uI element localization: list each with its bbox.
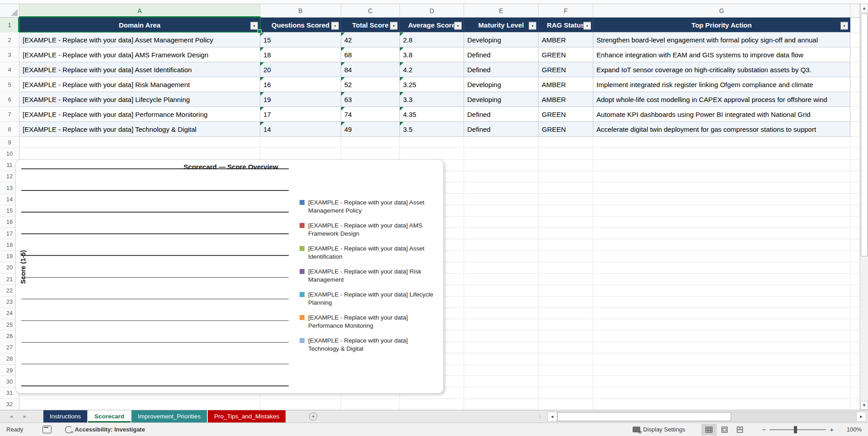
- filter-dropdown-icon[interactable]: ▼: [840, 22, 848, 30]
- cell-total_score[interactable]: 84: [341, 62, 400, 77]
- empty-cell[interactable]: [593, 228, 850, 239]
- filter-dropdown-icon[interactable]: ▼: [529, 22, 536, 30]
- header-cell-6[interactable]: RAG Status▼: [539, 18, 593, 32]
- empty-cell[interactable]: [539, 399, 593, 410]
- empty-cell[interactable]: [464, 171, 539, 182]
- empty-cell[interactable]: [464, 194, 539, 205]
- empty-cell[interactable]: [539, 319, 593, 330]
- cell-top_priority_action[interactable]: Accelerate digital twin deployment for g…: [593, 122, 850, 137]
- empty-cell[interactable]: [464, 205, 539, 217]
- partial-column-cell[interactable]: [850, 62, 860, 77]
- empty-cell[interactable]: [593, 297, 850, 308]
- empty-cell[interactable]: [260, 148, 341, 159]
- empty-cell[interactable]: [593, 148, 850, 159]
- cell-total_score[interactable]: 49: [341, 122, 400, 137]
- cell-total_score[interactable]: 63: [341, 92, 400, 107]
- empty-cell[interactable]: [593, 308, 850, 319]
- cell-average_score[interactable]: 2.8: [400, 32, 464, 47]
- chart-panel[interactable]: Scorecard — Score Overview Score (1-5) […: [15, 159, 444, 394]
- partial-column-cell[interactable]: [850, 92, 860, 107]
- row-number-1[interactable]: 1: [0, 18, 19, 32]
- empty-cell[interactable]: [539, 137, 593, 148]
- empty-cell[interactable]: [539, 217, 593, 228]
- filter-dropdown-icon[interactable]: ▼: [331, 22, 339, 30]
- empty-cell[interactable]: [593, 251, 850, 262]
- accessibility-checker[interactable]: Accessibility: Investigate: [65, 426, 145, 433]
- cell-top_priority_action[interactable]: Enhance integration with EAM and GIS sys…: [593, 47, 850, 62]
- empty-cell[interactable]: [539, 171, 593, 182]
- horizontal-scrollbar[interactable]: ◄ ►: [547, 410, 866, 422]
- page-layout-view-button[interactable]: [717, 424, 732, 436]
- empty-cell[interactable]: [593, 194, 850, 205]
- cell-maturity_level[interactable]: Developing: [464, 32, 539, 47]
- scroll-down-icon[interactable]: ▼: [860, 401, 868, 410]
- cell-maturity_level[interactable]: Defined: [464, 122, 539, 137]
- empty-cell[interactable]: [464, 388, 539, 399]
- scroll-right-icon[interactable]: ►: [856, 412, 866, 422]
- add-sheet-button[interactable]: +: [309, 413, 317, 421]
- empty-cell[interactable]: [850, 262, 860, 274]
- column-header-partial[interactable]: [850, 4, 860, 17]
- empty-cell[interactable]: [593, 388, 850, 399]
- empty-cell[interactable]: [539, 365, 593, 376]
- partial-column-cell[interactable]: [850, 47, 860, 62]
- empty-cell[interactable]: [464, 365, 539, 376]
- empty-cell[interactable]: [850, 376, 860, 387]
- cell-top_priority_action[interactable]: Automate KPI dashboards using Power BI i…: [593, 107, 850, 122]
- cell-rag_status[interactable]: AMBER: [539, 77, 593, 92]
- row-number-6[interactable]: 6: [0, 92, 19, 107]
- row-number-9[interactable]: 9: [0, 137, 19, 148]
- empty-cell[interactable]: [850, 274, 860, 285]
- macro-record-icon[interactable]: [42, 426, 52, 433]
- cell-rag_status[interactable]: AMBER: [539, 92, 593, 107]
- cell-average_score[interactable]: 3.8: [400, 47, 464, 62]
- empty-cell[interactable]: [593, 171, 850, 182]
- row-number-8[interactable]: 8: [0, 122, 19, 137]
- empty-cell[interactable]: [850, 297, 860, 308]
- empty-cell[interactable]: [850, 342, 860, 353]
- empty-cell[interactable]: [464, 330, 539, 342]
- empty-cell[interactable]: [464, 148, 539, 159]
- cell-rag_status[interactable]: GREEN: [539, 47, 593, 62]
- empty-cell[interactable]: [593, 160, 850, 171]
- empty-cell[interactable]: [850, 217, 860, 228]
- cell-questions_scored[interactable]: 19: [260, 92, 341, 107]
- cell-total_score[interactable]: 42: [341, 32, 400, 47]
- cell-domain_area[interactable]: [EXAMPLE - Replace with your data] Perfo…: [19, 107, 260, 122]
- empty-cell[interactable]: [850, 205, 860, 217]
- empty-cell[interactable]: [464, 182, 539, 194]
- empty-cell[interactable]: [593, 182, 850, 194]
- normal-view-button[interactable]: [701, 424, 717, 436]
- column-header-A[interactable]: A: [19, 4, 260, 17]
- empty-cell[interactable]: [464, 376, 539, 387]
- partial-column-cell[interactable]: [850, 107, 860, 122]
- cell-rag_status[interactable]: GREEN: [539, 122, 593, 137]
- empty-cell[interactable]: [19, 399, 260, 410]
- cell-questions_scored[interactable]: 15: [260, 32, 341, 47]
- column-header-F[interactable]: F: [539, 4, 593, 17]
- empty-cell[interactable]: [464, 251, 539, 262]
- cell-rag_status[interactable]: GREEN: [539, 62, 593, 77]
- vertical-scrollbar-thumb[interactable]: [861, 14, 868, 256]
- empty-cell[interactable]: [593, 399, 850, 410]
- empty-cell[interactable]: [593, 262, 850, 274]
- empty-cell[interactable]: [400, 137, 464, 148]
- zoom-out-icon[interactable]: −: [758, 426, 769, 433]
- empty-cell[interactable]: [464, 297, 539, 308]
- header-cell-5[interactable]: Maturity Level▼: [464, 18, 539, 32]
- scroll-left-icon[interactable]: ◄: [547, 412, 557, 422]
- cell-average_score[interactable]: 3.5: [400, 122, 464, 137]
- empty-cell[interactable]: [539, 182, 593, 194]
- empty-cell[interactable]: [464, 319, 539, 330]
- empty-cell[interactable]: [464, 262, 539, 274]
- cell-maturity_level[interactable]: Developing: [464, 77, 539, 92]
- row-number-10[interactable]: 10: [0, 148, 19, 159]
- empty-cell[interactable]: [400, 148, 464, 159]
- page-break-preview-button[interactable]: [732, 424, 747, 436]
- cell-maturity_level[interactable]: Developing: [464, 92, 539, 107]
- empty-cell[interactable]: [850, 353, 860, 365]
- empty-cell[interactable]: [464, 217, 539, 228]
- filter-dropdown-icon[interactable]: ▼: [390, 22, 398, 30]
- empty-cell[interactable]: [850, 137, 860, 148]
- cell-questions_scored[interactable]: 16: [260, 77, 341, 92]
